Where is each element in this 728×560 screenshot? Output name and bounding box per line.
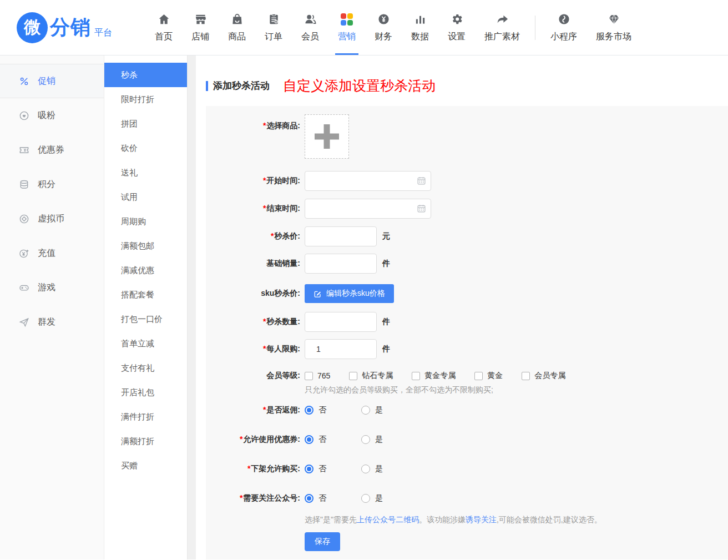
calendar-icon[interactable]	[417, 176, 426, 185]
checkbox-icon[interactable]	[349, 372, 357, 380]
radio-option[interactable]: 否	[305, 464, 326, 474]
nav-item-promo-material[interactable]: 推广素材	[475, 0, 529, 55]
nav-item-orders[interactable]: 订单	[255, 0, 292, 55]
member-level-option[interactable]: 黄金	[474, 371, 503, 381]
calendar-icon[interactable]	[417, 204, 426, 213]
radio-icon[interactable]	[361, 494, 370, 503]
page-title-row: 添加秒杀活动 自定义添加设置秒杀活动	[206, 79, 728, 93]
submenu-item[interactable]: 周期购	[104, 209, 187, 234]
radio-icon[interactable]	[361, 435, 370, 444]
edit-sku-price-button[interactable]: 编辑秒杀sku价格	[305, 284, 394, 303]
radio-label: 否	[318, 435, 326, 445]
base-sales-field-label: 基础销量:	[206, 259, 300, 269]
select-product-upload[interactable]	[305, 114, 349, 159]
nav-item-home[interactable]: 首页	[145, 0, 182, 55]
base-sales-input[interactable]	[305, 254, 377, 274]
radio-icon[interactable]	[305, 406, 314, 415]
member-level-option[interactable]: 钻石专属	[349, 371, 393, 381]
checkbox-icon[interactable]	[474, 372, 483, 380]
seckill-price-input[interactable]	[305, 226, 377, 246]
submenu-item[interactable]: 送礼	[104, 160, 187, 185]
save-button[interactable]: 保存	[305, 532, 340, 551]
sidebar-item-fans[interactable]: 吸粉	[0, 98, 104, 133]
label-text: 秒杀数量:	[266, 317, 300, 326]
member-level-option[interactable]: 会员专属	[522, 371, 565, 381]
nav-item-goods[interactable]: 商品	[219, 0, 255, 55]
submenu-item[interactable]: 满额包邮	[104, 234, 187, 258]
label-text: 下架允许购买:	[251, 464, 300, 473]
label-text: 是否返佣:	[266, 405, 300, 414]
form-row-product: *选择商品:	[206, 114, 728, 159]
radio-option[interactable]: 是	[361, 464, 383, 474]
brand-logo[interactable]: 微 分销 平台	[17, 12, 112, 43]
submenu-item[interactable]: 限时打折	[104, 87, 187, 112]
nav-item-settings[interactable]: 设置	[438, 0, 475, 55]
member-level-option[interactable]: 黄金专属	[412, 371, 456, 381]
form-row-member-level: 会员等级: 765钻石专属黄金专属黄金会员专属	[206, 371, 728, 381]
submenu-item[interactable]: 砍价	[104, 136, 187, 160]
submenu-item[interactable]: 首单立减	[104, 331, 187, 356]
radio-icon[interactable]	[361, 465, 370, 473]
qr-hint-link[interactable]: 诱导关注	[466, 515, 497, 524]
radio-icon[interactable]	[305, 435, 314, 444]
checkbox-icon[interactable]	[412, 372, 420, 380]
radio-option[interactable]: 否	[305, 435, 326, 445]
sidebar-item-promotion[interactable]: 促销	[0, 64, 104, 98]
submenu-item[interactable]: 满额打折	[104, 429, 187, 453]
submenu-item[interactable]: 拼团	[104, 112, 187, 136]
nav-item-shop[interactable]: 店铺	[182, 0, 219, 55]
radio-icon[interactable]	[305, 465, 314, 473]
submenu-item[interactable]: 开店礼包	[104, 380, 187, 405]
submenu-item[interactable]: 买赠	[104, 453, 187, 478]
sidebar-item-points[interactable]: 积分	[0, 167, 104, 201]
submenu-item[interactable]: 试用	[104, 185, 187, 209]
start-time-input[interactable]	[305, 171, 431, 191]
nav-item-data[interactable]: 数据	[402, 0, 438, 55]
radio-icon[interactable]	[305, 494, 314, 503]
submenu-item[interactable]: 秒杀	[104, 63, 187, 87]
nav-item-service-market[interactable]: 服务市场	[587, 0, 641, 55]
radio-option[interactable]: 是	[361, 405, 383, 415]
radio-option[interactable]: 是	[361, 493, 383, 503]
submenu-item[interactable]: 支付有礼	[104, 356, 187, 380]
radio-option[interactable]: 否	[305, 405, 326, 415]
submenu-item[interactable]: 满件打折	[104, 405, 187, 429]
qr-hint-text: 选择"是"需要先	[305, 515, 357, 524]
sidebar-item-virtual-coin[interactable]: 虚拟币	[0, 201, 104, 236]
nav-item-finance[interactable]: 财务	[365, 0, 402, 55]
label-text: 开始时间:	[266, 176, 300, 185]
checkbox-label: 765	[317, 371, 330, 380]
checkbox-label: 黄金	[487, 371, 503, 381]
checkbox-icon[interactable]	[305, 372, 313, 380]
end-time-input[interactable]	[305, 199, 431, 219]
submenu-item[interactable]: 满减优惠	[104, 258, 187, 282]
sidebar-item-game[interactable]: 游戏	[0, 270, 104, 305]
nav-item-label: 会员	[301, 31, 319, 43]
label-text: 每人限购:	[266, 344, 300, 353]
price-field-label: *秒杀价:	[206, 231, 300, 241]
sidebar-item-coupon[interactable]: 优惠券	[0, 133, 104, 167]
bar-chart-icon	[414, 12, 427, 26]
nav-item-members[interactable]: 会员	[292, 0, 328, 55]
sidebar-item-label: 群发	[38, 316, 55, 328]
radio-label: 否	[318, 464, 326, 474]
radio-option[interactable]: 否	[305, 493, 326, 503]
checkbox-label: 钻石专属	[362, 371, 393, 381]
per-user-limit-input[interactable]	[305, 339, 377, 359]
sidebar-item-recharge[interactable]: 充值	[0, 236, 104, 270]
radio-rows-container: *是否返佣:否是*允许使用优惠券:否是*下架允许购买:否是*需要关注公众号:否是	[206, 405, 728, 503]
member-level-option[interactable]: 765	[305, 371, 330, 380]
checkbox-icon[interactable]	[522, 372, 530, 380]
nav-item-mini-program[interactable]: 小程序	[541, 0, 587, 55]
nav-item-marketing[interactable]: 营销	[328, 0, 365, 55]
radio-label: 是	[375, 435, 383, 445]
submenu-item[interactable]: 搭配套餐	[104, 282, 187, 307]
seckill-qty-input[interactable]	[305, 312, 377, 332]
radio-icon[interactable]	[361, 406, 370, 415]
radio-option[interactable]: 是	[361, 435, 383, 445]
sidebar-item-broadcast[interactable]: 群发	[0, 305, 104, 339]
required-marker: *	[240, 493, 242, 502]
qr-hint-link[interactable]: 上传公众号二维码	[357, 515, 419, 524]
submenu-item[interactable]: 打包一口价	[104, 307, 187, 331]
nav-item-label: 推广素材	[484, 31, 520, 43]
